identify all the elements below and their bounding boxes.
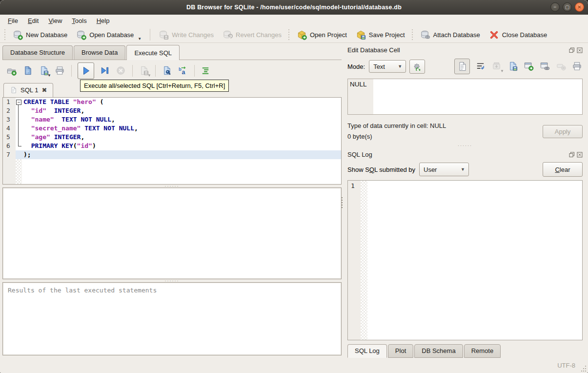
find-button[interactable] [162, 65, 172, 76]
editor-line-7[interactable]: 7); [3, 150, 341, 159]
editor-line-5[interactable]: 5 "age" INTEGER, [3, 133, 341, 142]
auto-mode-button[interactable] [409, 60, 425, 74]
float-panel-icon[interactable] [569, 47, 575, 53]
dropdown-arrow-icon[interactable]: ▼ [47, 73, 51, 78]
close-database-button[interactable]: Close Database [485, 28, 552, 42]
execute-line-button[interactable] [100, 65, 110, 76]
titlebar: DB Browser for SQLite - /home/user/code/… [0, 0, 588, 15]
tab-database-structure[interactable]: Database Structure [2, 45, 73, 60]
save-project-button[interactable]: Save Project [351, 28, 409, 42]
fold-marker-icon[interactable]: − [16, 98, 22, 106]
close-panel-icon[interactable] [577, 47, 583, 53]
fold-margin [16, 106, 22, 115]
apply-button[interactable]: Apply [543, 125, 583, 138]
tab-browse-data[interactable]: Browse Data [74, 45, 125, 60]
statusbar: UTF-8 [0, 358, 588, 373]
close-panel-icon[interactable] [577, 152, 583, 158]
close-button[interactable]: ✕ [575, 2, 584, 12]
sql-toolbar: ▼▼ba [2, 60, 342, 82]
toolbar-separator [71, 65, 72, 77]
minimize-button[interactable]: − [550, 2, 560, 12]
export-text-button[interactable] [507, 61, 518, 72]
attach-database-button[interactable]: Attach Database [416, 28, 485, 42]
toolbar-button-label: Close Database [502, 31, 547, 39]
open-sql-file-button[interactable] [22, 65, 33, 76]
write-changes-button: Write Changes [154, 28, 218, 42]
set-null-icon [556, 61, 566, 71]
dropdown-arrow-icon[interactable]: ▼ [138, 37, 142, 41]
bottom-tab-plot[interactable]: Plot [388, 344, 413, 358]
new-database-button[interactable]: New Database [8, 28, 72, 42]
print-button[interactable] [572, 61, 583, 72]
clear-log-button[interactable]: Clear [543, 162, 583, 177]
edit-cell-header: Edit Database Cell [347, 45, 583, 55]
float-panel-icon[interactable] [569, 152, 575, 158]
open-project-icon [297, 30, 307, 40]
main-toolbar: New DatabaseOpen Database▼Write ChangesR… [0, 27, 588, 43]
mode-select[interactable]: Text ▼ [369, 60, 406, 73]
menu-edit[interactable]: Edit [23, 16, 43, 26]
editor-line-3[interactable]: 3 "name" TEXT NOT NULL, [3, 115, 341, 124]
copy-link-button[interactable] [540, 61, 550, 72]
menu-view[interactable]: View [43, 16, 67, 26]
format-sql-button[interactable] [201, 65, 211, 76]
open-external-button[interactable] [524, 61, 534, 72]
editor-line-6[interactable]: 6 PRIMARY KEY("id") [3, 142, 341, 150]
results-grid-pane[interactable] [2, 187, 342, 279]
toolbar-grip [411, 29, 414, 40]
line-number: 5 [3, 133, 16, 142]
sql-log-area[interactable]: 1 [347, 180, 583, 340]
editor-line-4[interactable]: 4 "secret_name" TEXT NOT NULL, [3, 124, 341, 133]
word-wrap-button[interactable] [475, 61, 486, 72]
open-database-button[interactable]: Open Database▼ [72, 28, 146, 42]
menu-file[interactable]: File [3, 16, 23, 26]
sql-editor[interactable]: 1−CREATE TABLE "hero" (2 "id" INTEGER,3 … [2, 97, 342, 185]
tab-sql-1[interactable]: SQL 1 ✖ [3, 83, 53, 97]
write-changes-icon [159, 30, 169, 40]
results-message-pane[interactable]: Results of the last executed statements [2, 282, 342, 355]
cell-value-editor[interactable]: NULL [347, 79, 583, 115]
dropdown-arrow-icon: ▼ [500, 69, 504, 73]
print-button[interactable] [55, 65, 65, 76]
log-filter-select[interactable]: User ▼ [419, 163, 469, 176]
new-tab-button[interactable] [6, 65, 17, 76]
maximize-button[interactable]: ▢ [563, 2, 572, 12]
format-sql-icon [201, 65, 211, 76]
code-text: "id" INTEGER, [22, 106, 341, 115]
menu-help[interactable]: Help [92, 16, 115, 26]
main-tab-bar: Database StructureBrowse DataExecute SQL [2, 45, 342, 60]
open-project-button[interactable]: Open Project [292, 28, 351, 42]
cell-mode-row: Mode: Text ▼ ▼ [347, 58, 583, 75]
line-number: 7 [3, 150, 16, 159]
text-mode-button[interactable] [454, 59, 470, 74]
chevron-down-icon: ▼ [457, 167, 468, 172]
splitter-cell-log[interactable]: ······ [347, 142, 583, 149]
execute-all-icon [81, 65, 91, 76]
bottom-tab-sql-log[interactable]: SQL Log [347, 344, 387, 358]
toolbar-grip [287, 29, 291, 40]
toolbar-button-label: Attach Database [433, 31, 480, 39]
tab-execute-sql[interactable]: Execute SQL [126, 45, 180, 60]
editor-line-1[interactable]: 1−CREATE TABLE "hero" ( [3, 98, 341, 106]
cell-type-text: Type of data currently in cell: NULL [347, 121, 543, 131]
bottom-tab-db-schema[interactable]: DB Schema [414, 344, 463, 358]
print-icon [572, 61, 582, 71]
code-text: ); [22, 150, 341, 159]
code-text: CREATE TABLE "hero" ( [22, 98, 341, 106]
copy-link-icon [540, 61, 550, 71]
line-number: 3 [3, 115, 16, 124]
dropdown-arrow-icon[interactable]: ▼ [147, 73, 151, 78]
replace-button[interactable]: ba [178, 65, 188, 76]
toolbar-separator [194, 65, 195, 77]
resize-grip[interactable] [580, 365, 587, 372]
bottom-tab-remote[interactable]: Remote [464, 344, 501, 358]
close-tab-icon[interactable]: ✖ [41, 87, 47, 93]
window-controls: −▢✕ [550, 2, 584, 12]
save-sql-file-button[interactable]: ▼ [39, 65, 49, 76]
results-placeholder: Results of the last executed statements [8, 287, 157, 294]
menu-tools[interactable]: Tools [67, 16, 91, 26]
editor-line-2[interactable]: 2 "id" INTEGER, [3, 106, 341, 115]
fold-margin [16, 124, 22, 133]
toolbar-grip [3, 29, 7, 40]
execute-all-button[interactable] [78, 62, 94, 79]
